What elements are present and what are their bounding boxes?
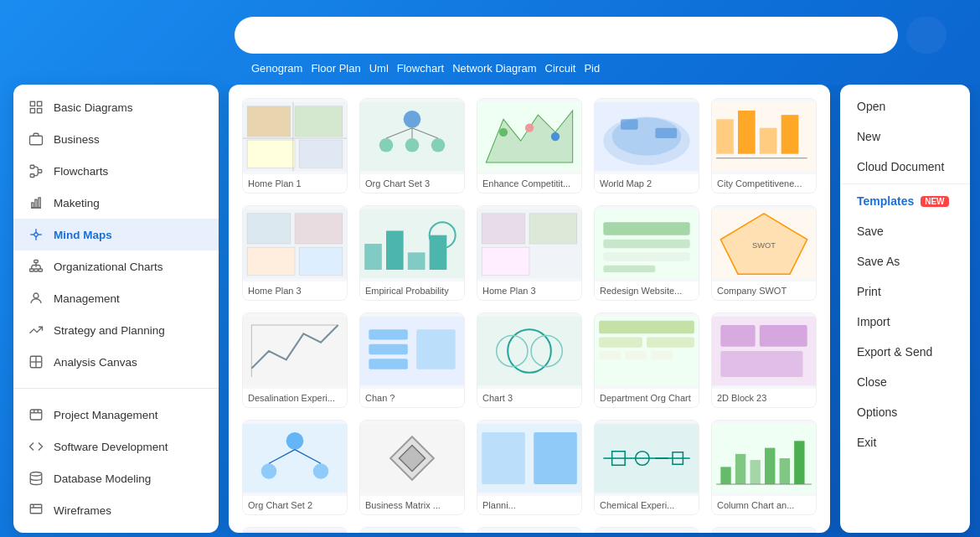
menu-label-save-as: Save As xyxy=(857,255,900,268)
template-card[interactable]: (partial) xyxy=(711,527,817,533)
sidebar-item-business[interactable]: Business xyxy=(13,123,219,155)
template-card[interactable]: Org Chart Set 3 xyxy=(359,98,465,194)
svg-rect-78 xyxy=(386,231,404,271)
sidebar-item-basic-diagrams[interactable]: Basic Diagrams xyxy=(13,91,219,123)
template-card[interactable]: Business Matrix ... xyxy=(359,420,465,515)
sidebar-item-software-dev[interactable]: Software Development xyxy=(13,431,219,462)
svg-rect-9 xyxy=(32,203,34,208)
svg-rect-42 xyxy=(295,106,343,137)
sidebar-item-management[interactable]: Management xyxy=(13,282,219,314)
sidebar-item-database[interactable]: Database Modeling xyxy=(13,462,219,494)
flow-icon xyxy=(27,162,45,180)
template-card[interactable]: Planni... xyxy=(477,420,582,515)
search-button[interactable] xyxy=(906,17,946,54)
sidebar-item-mind-maps[interactable]: Mind Maps xyxy=(13,219,219,250)
briefcase-icon xyxy=(27,130,45,148)
software-icon xyxy=(27,437,45,456)
right-panel-item-print[interactable]: Print xyxy=(840,276,970,307)
menu-label-open: Open xyxy=(857,100,885,113)
svg-point-22 xyxy=(34,293,39,298)
trending-tag-circuit[interactable]: Circuit xyxy=(545,62,576,75)
template-card[interactable]: City Competitivene... xyxy=(711,98,817,194)
template-card[interactable]: (partial) xyxy=(594,527,699,533)
main-layout: Basic Diagrams Business Flowcharts Maket… xyxy=(0,85,980,537)
sidebar-label-basic-diagrams: Basic Diagrams xyxy=(54,101,133,114)
svg-point-57 xyxy=(499,128,508,137)
right-panel-item-cloud-doc[interactable]: Cloud Document xyxy=(840,152,970,182)
template-card[interactable]: World Map 2 xyxy=(594,98,699,194)
template-label: Home Plan 1 xyxy=(243,174,347,193)
svg-rect-117 xyxy=(720,351,802,377)
svg-rect-26 xyxy=(30,410,42,420)
svg-rect-139 xyxy=(750,460,760,484)
trending-tag-pid[interactable]: Pid xyxy=(584,62,600,75)
analysis-icon xyxy=(27,353,45,371)
template-card[interactable]: Chemical Experi... xyxy=(594,420,699,515)
template-thumbnail xyxy=(477,99,581,174)
trending-tag-network-diagram[interactable]: Network Diagram xyxy=(452,62,536,75)
sidebar-item-maketing[interactable]: Maketing xyxy=(13,187,219,219)
right-panel-item-export[interactable]: Export & Send xyxy=(840,337,970,367)
template-card[interactable]: Redesign Website... xyxy=(594,205,699,301)
svg-rect-109 xyxy=(599,337,642,347)
sidebar-item-wireframes[interactable]: Wireframes xyxy=(13,494,219,526)
template-card[interactable]: Chan ? xyxy=(359,312,465,408)
right-panel-item-save-as[interactable]: Save As xyxy=(840,246,970,276)
template-thumbnail xyxy=(477,313,581,389)
svg-rect-83 xyxy=(482,214,525,244)
svg-rect-1 xyxy=(38,101,42,106)
template-card[interactable]: Flowchart Sample xyxy=(359,527,465,533)
sidebar-divider xyxy=(13,388,219,389)
template-card[interactable]: SWOTCompany SWOT xyxy=(711,205,817,301)
trending-tag-floor-plan[interactable]: Floor Plan xyxy=(311,62,360,75)
svg-rect-64 xyxy=(655,128,677,138)
trending-tag-uml[interactable]: Uml xyxy=(369,62,389,75)
right-panel-item-exit[interactable]: Exit xyxy=(840,427,970,457)
template-card[interactable]: Home Plan 1 xyxy=(242,98,348,194)
right-panel-item-templates[interactable]: TemplatesNEW xyxy=(840,186,970,216)
template-card[interactable]: Enhance Competitit... xyxy=(477,98,582,194)
right-panel-item-close[interactable]: Close xyxy=(840,367,970,397)
search-input[interactable] xyxy=(235,17,898,54)
right-panel-item-import[interactable]: Import xyxy=(840,307,970,337)
header: GenogramFloor PlanUmlFlowchartNetwork Di… xyxy=(0,0,980,85)
svg-rect-18 xyxy=(30,269,34,271)
trending-tag-flowchart[interactable]: Flowchart xyxy=(397,62,444,75)
sidebar-item-info-tech[interactable]: Information Technique xyxy=(13,526,219,533)
template-card[interactable]: Desalination Experi... xyxy=(242,312,348,408)
sidebar-item-flowcharts[interactable]: Flowcharts xyxy=(13,155,219,187)
template-card[interactable]: English Part Of Sp... xyxy=(242,527,348,533)
svg-point-49 xyxy=(379,138,394,152)
template-card[interactable]: Chart 3 xyxy=(477,312,582,408)
svg-point-59 xyxy=(551,132,560,141)
template-card[interactable]: Life Plan xyxy=(477,527,582,533)
template-label: Column Chart an... xyxy=(712,496,816,514)
svg-point-120 xyxy=(261,463,277,479)
template-card[interactable]: Home Plan 3 xyxy=(477,205,582,301)
search-bar xyxy=(235,17,946,54)
sidebar-item-project-mgmt[interactable]: Project Management xyxy=(13,399,219,431)
templates-container: Home Plan 1Org Chart Set 3Enhance Compet… xyxy=(229,85,830,533)
template-card[interactable]: 2D Block 23 xyxy=(711,312,817,408)
wireframe-icon xyxy=(27,501,45,519)
sidebar-item-analysis[interactable]: Analysis Canvas xyxy=(13,346,219,378)
svg-rect-10 xyxy=(35,199,37,208)
template-card[interactable]: Department Org Chart xyxy=(594,312,699,408)
trending-tag-genogram[interactable]: Genogram xyxy=(251,62,302,75)
template-card[interactable]: Org Chart Set 2 xyxy=(242,420,348,515)
right-panel-item-options[interactable]: Options xyxy=(840,397,970,427)
right-panel-item-save[interactable]: Save xyxy=(840,216,970,246)
sidebar-label-strategy: Strategy and Planning xyxy=(54,324,165,337)
template-card[interactable]: Column Chart an... xyxy=(711,420,817,515)
right-panel-item-open[interactable]: Open xyxy=(840,91,970,121)
template-card[interactable]: Empirical Probability xyxy=(359,205,465,301)
svg-rect-116 xyxy=(760,325,807,347)
menu-label-save: Save xyxy=(857,225,884,238)
template-label: Home Plan 3 xyxy=(477,281,581,300)
svg-rect-108 xyxy=(599,321,694,334)
sidebar-item-strategy[interactable]: Strategy and Planning xyxy=(13,314,219,346)
right-panel-item-new[interactable]: New xyxy=(840,121,970,152)
template-card[interactable]: Home Plan 3 xyxy=(242,205,348,301)
svg-rect-67 xyxy=(738,111,756,154)
sidebar-item-org-charts[interactable]: Organizational Charts xyxy=(13,250,219,282)
